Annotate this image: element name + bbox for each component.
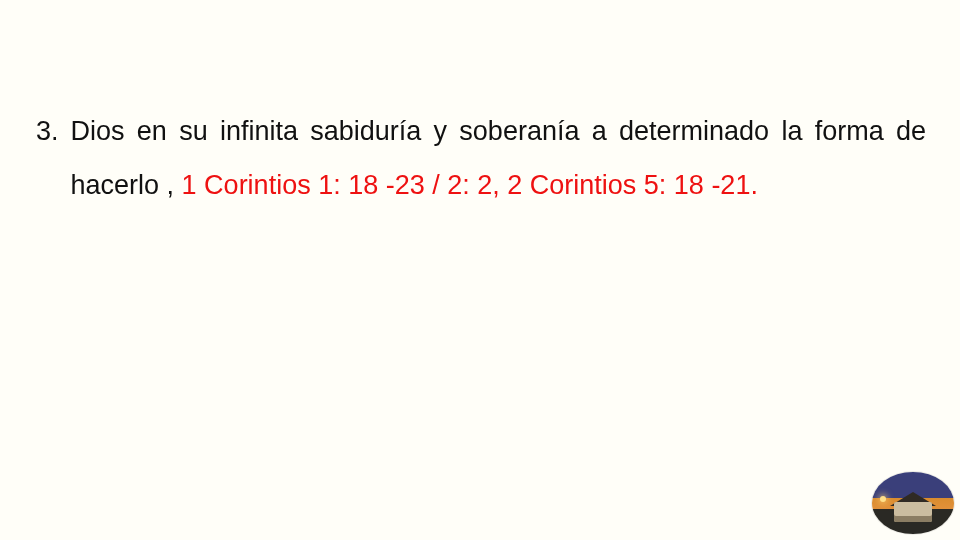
lamp-light-shape bbox=[880, 496, 886, 502]
list-number: 3. bbox=[36, 104, 71, 158]
list-item: 3. Dios en su infinita sabiduría y sober… bbox=[36, 104, 926, 212]
list-content: Dios en su infinita sabiduría y soberaní… bbox=[71, 104, 926, 212]
house-roof-shape bbox=[890, 492, 936, 506]
body-text: 3. Dios en su infinita sabiduría y sober… bbox=[36, 104, 926, 212]
slide: 3. Dios en su infinita sabiduría y sober… bbox=[0, 0, 960, 540]
scripture-reference: 1 Corintios 1: 18 -23 / 2: 2, 2 Corintio… bbox=[182, 170, 758, 200]
decorative-image bbox=[872, 472, 954, 534]
